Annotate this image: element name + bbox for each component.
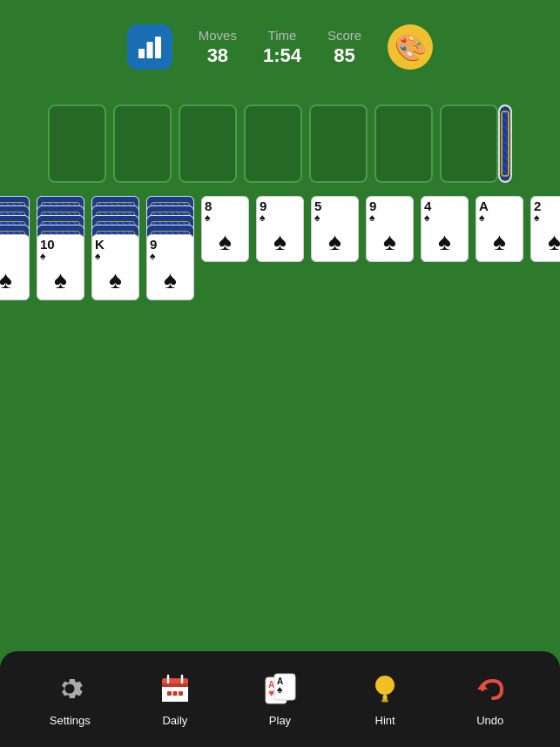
nav-daily[interactable]: Daily <box>145 668 206 727</box>
score-label: Score <box>327 28 361 43</box>
face-up-card[interactable]: A ♠ ♠ <box>476 196 523 262</box>
foundation-slot-2[interactable] <box>113 104 172 183</box>
settings-label: Settings <box>50 714 91 727</box>
face-up-card[interactable]: K ♠ ♠ <box>91 234 139 300</box>
svg-rect-12 <box>179 691 183 696</box>
nav-hint[interactable]: Hint <box>354 668 415 727</box>
time-label: Time <box>268 28 297 43</box>
moves-label: Moves <box>199 28 237 43</box>
svg-text:♠: ♠ <box>277 683 283 696</box>
undo-icon <box>469 668 511 710</box>
foundation-slot-1[interactable] <box>48 104 106 183</box>
nav-undo[interactable]: Undo <box>460 668 521 727</box>
tableau-column-1[interactable]: 10 ♠ ♠ <box>37 196 84 300</box>
tableau-column-5[interactable]: 9 ♠ ♠ <box>256 196 304 300</box>
foundation-slots <box>48 104 498 183</box>
face-up-card[interactable]: 4 ♠ ♠ <box>421 196 469 262</box>
foundation-slot-7[interactable] <box>440 104 498 183</box>
moves-stat: Moves 38 <box>199 28 237 67</box>
svg-rect-2 <box>155 37 161 58</box>
hint-label: Hint <box>375 714 395 727</box>
foundation-slot-6[interactable] <box>374 104 433 183</box>
face-up-card[interactable]: 8 ♠ ♠ <box>0 234 30 300</box>
tableau-column-2[interactable]: K ♠ ♠ <box>91 196 139 300</box>
face-up-card[interactable]: 9 ♠ ♠ <box>366 196 414 262</box>
foundation-slot-4[interactable] <box>244 104 302 183</box>
play-icon: A ♥ A ♠ <box>259 668 300 710</box>
undo-label: Undo <box>476 714 503 727</box>
tableau-column-7[interactable]: 9 ♠ ♠ <box>366 196 414 300</box>
svg-rect-7 <box>162 684 188 687</box>
svg-point-21 <box>381 699 388 702</box>
header: Moves 38 Time 1:54 Score 85 🎨 <box>0 0 560 87</box>
face-up-card[interactable]: 9 ♠ ♠ <box>146 234 194 300</box>
svg-rect-0 <box>138 49 145 58</box>
svg-rect-1 <box>146 42 152 58</box>
face-up-card[interactable]: 2 ♠ ♠ <box>530 196 560 262</box>
svg-point-19 <box>375 676 395 695</box>
foundation-slot-3[interactable] <box>179 104 237 183</box>
tableau-column-10[interactable]: 2 ♠ ♠ <box>530 196 560 300</box>
hint-icon <box>364 668 406 710</box>
daily-label: Daily <box>162 714 187 727</box>
moves-value: 38 <box>207 44 228 67</box>
face-up-card[interactable]: 8 ♠ ♠ <box>201 196 249 262</box>
time-value: 1:54 <box>263 44 301 67</box>
tableau-column-9[interactable]: A ♠ ♠ <box>476 196 523 300</box>
daily-icon <box>154 668 196 710</box>
foundation-slot-5[interactable] <box>309 104 368 183</box>
face-up-card[interactable]: 9 ♠ ♠ <box>256 196 304 262</box>
tableau-column-8[interactable]: 4 ♠ ♠ <box>421 196 469 300</box>
tableau-column-0[interactable]: 8 ♠ ♠ <box>0 196 30 300</box>
palette-button[interactable]: 🎨 <box>388 24 433 70</box>
tableau-column-4[interactable]: 8 ♠ ♠ <box>201 196 249 300</box>
face-up-card[interactable]: 5 ♠ ♠ <box>311 196 359 262</box>
nav-settings[interactable]: Settings <box>39 668 100 727</box>
settings-icon <box>49 668 91 710</box>
nav-bar: Settings Daily A ♥ <box>0 651 560 747</box>
nav-play[interactable]: A ♥ A ♠ Play <box>249 668 310 727</box>
tableau-column-3[interactable]: 9 ♠ ♠ <box>146 196 194 300</box>
time-stat: Time 1:54 <box>263 28 301 67</box>
tableau-area: 8 ♠ ♠ 10 ♠ ♠ K ♠ ♠ 9 ♠ ♠ 8 ♠ <box>0 196 560 300</box>
svg-rect-11 <box>172 691 177 696</box>
deck-card[interactable] <box>498 104 512 183</box>
svg-rect-10 <box>167 691 172 696</box>
tableau-column-6[interactable]: 5 ♠ ♠ <box>311 196 359 300</box>
stats-button[interactable] <box>127 24 172 70</box>
score-stat: Score 85 <box>327 28 361 67</box>
svg-text:♥: ♥ <box>268 687 274 699</box>
face-up-card[interactable]: 10 ♠ ♠ <box>37 234 84 300</box>
foundation-area <box>0 96 560 192</box>
score-value: 85 <box>334 44 354 67</box>
play-label: Play <box>269 714 291 727</box>
